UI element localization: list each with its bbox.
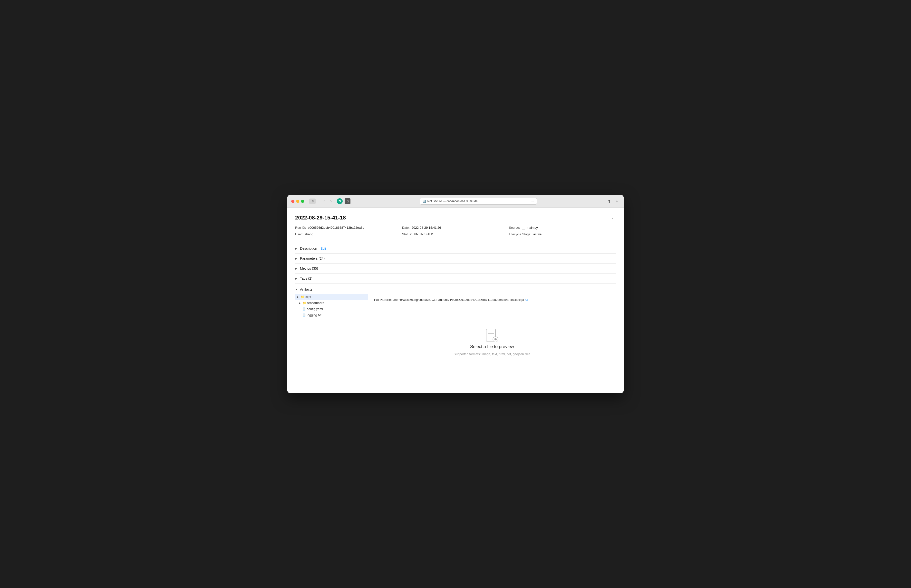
address-bar[interactable]: 🔄 Not Secure — darkmoon.dbs.ifi.lmu.de ⋯ [420, 198, 537, 205]
minimize-button[interactable] [296, 200, 299, 203]
page-title: 2022-08-29-15-41-18 [295, 215, 346, 221]
artifacts-body: ▶ 📁 ckpt ▶ 📁 tensorboard 📄 confi [295, 294, 616, 386]
parameters-title: Parameters (24) [300, 257, 325, 260]
preview-select-subtitle: Supported formats: image, text, html, pd… [454, 352, 530, 356]
page-content: 2022-08-29-15-41-18 ⋯ Run ID: b006526d2d… [287, 208, 624, 393]
title-bar-right: ⬆ ＋ [606, 198, 620, 204]
title-bar: ⊟ ‹ › ↻ ◻ 🔄 Not Secure — darkmoon.dbs.if… [287, 195, 624, 208]
tensorboard-folder-icon: 📁 [303, 301, 306, 305]
config-file-icon: 📄 [303, 307, 306, 310]
share-button[interactable]: ⬆ [606, 198, 612, 204]
preview-icon-container [486, 329, 498, 341]
tags-header[interactable]: ▶ Tags (2) [295, 273, 616, 283]
maximize-button[interactable] [301, 200, 304, 203]
description-edit-button[interactable]: Edit [320, 247, 326, 250]
date-row: Date: 2022-08-29 15:41:26 [402, 226, 509, 229]
preview-doc-svg [486, 329, 498, 343]
browser-window: ⊟ ‹ › ↻ ◻ 🔄 Not Secure — darkmoon.dbs.if… [287, 195, 624, 393]
config-yaml-label: config.yaml [307, 307, 323, 311]
tensorboard-chevron: ▶ [299, 302, 301, 304]
security-icon: 🔄 [422, 200, 426, 203]
tensorboard-label: tensorboard [307, 301, 324, 305]
user-row: User: zhang [295, 233, 402, 236]
artifacts-header[interactable]: ▼ Artifacts [295, 284, 616, 294]
date-label: Date: [402, 226, 410, 229]
metrics-title: Metrics (35) [300, 267, 318, 270]
ckpt-chevron: ▶ [297, 296, 299, 298]
sidebar-toggle-icon[interactable]: ⊟ [309, 199, 316, 204]
full-path-text: Full Path:file:///home/wiss/zhang/code/M… [374, 298, 524, 302]
source-row: Source: main.py [509, 226, 616, 229]
status-value: UNFINISHED [414, 233, 433, 236]
preview-area: Full Path:file:///home/wiss/zhang/code/M… [368, 294, 616, 386]
tree-item-ckpt[interactable]: ▶ 📁 ckpt [295, 294, 368, 300]
metrics-chevron: ▶ [295, 267, 298, 270]
source-label: Source: [509, 226, 520, 229]
tags-chevron: ▶ [295, 277, 298, 280]
source-value-wrapper: main.py [522, 226, 538, 229]
date-value: 2022-08-29 15:41:26 [412, 226, 441, 229]
source-file-icon [522, 226, 525, 229]
nav-buttons: ‹ › [321, 198, 334, 204]
run-id-label: Run ID: [295, 226, 306, 229]
tree-item-logging-txt[interactable]: 📄 logging.txt [295, 312, 368, 318]
parameters-section: ▶ Parameters (24) [295, 254, 616, 263]
metrics-header[interactable]: ▶ Metrics (35) [295, 263, 616, 273]
logging-txt-label: logging.txt [307, 313, 321, 317]
address-menu-icon: ⋯ [531, 199, 534, 203]
svg-point-6 [495, 339, 496, 340]
ckpt-folder-icon: 📁 [301, 295, 304, 299]
tree-item-tensorboard[interactable]: ▶ 📁 tensorboard [295, 300, 368, 306]
user-label: User: [295, 233, 303, 236]
lifecycle-row: Lifecycle Stage: active [509, 233, 616, 236]
address-text: Not Secure — darkmoon.dbs.ifi.lmu.de [427, 199, 478, 203]
artifacts-section: ▼ Artifacts ▶ 📁 ckpt ▶ 📁 tens [295, 284, 616, 386]
description-header[interactable]: ▶ Description Edit [295, 244, 616, 253]
back-button[interactable]: ‹ [321, 198, 327, 204]
metrics-section: ▶ Metrics (35) [295, 263, 616, 273]
source-value: main.py [527, 226, 538, 229]
traffic-lights [291, 200, 304, 203]
lifecycle-label: Lifecycle Stage: [509, 233, 531, 236]
user-value: zhang [305, 233, 313, 236]
address-bar-wrapper: 🔄 Not Secure — darkmoon.dbs.ifi.lmu.de ⋯ [353, 198, 603, 205]
run-id-row: Run ID: b006526d2deb490186587412ba22ea8b [295, 226, 402, 229]
extension-icon-2: ◻ [345, 198, 351, 204]
status-label: Status: [402, 233, 412, 236]
preview-placeholder: Select a file to preview Supported forma… [374, 306, 610, 379]
sidebar-toggle[interactable]: ⊟ [309, 199, 318, 204]
description-section: ▶ Description Edit [295, 244, 616, 254]
full-path-row: Full Path:file:///home/wiss/zhang/code/M… [374, 298, 610, 302]
artifacts-chevron: ▼ [295, 288, 298, 291]
tree-item-config-yaml[interactable]: 📄 config.yaml [295, 306, 368, 312]
new-tab-button[interactable]: ＋ [614, 198, 620, 204]
tags-section: ▶ Tags (2) [295, 273, 616, 284]
parameters-header[interactable]: ▶ Parameters (24) [295, 254, 616, 263]
ckpt-label: ckpt [305, 295, 311, 299]
forward-button[interactable]: › [328, 198, 334, 204]
close-button[interactable] [291, 200, 294, 203]
file-tree: ▶ 📁 ckpt ▶ 📁 tensorboard 📄 confi [295, 294, 368, 386]
copy-path-button[interactable]: ⧉ [526, 298, 528, 302]
description-title: Description [300, 247, 317, 250]
meta-grid: Run ID: b006526d2deb490186587412ba22ea8b… [295, 226, 616, 236]
lifecycle-value: active [533, 233, 542, 236]
run-id-value: b006526d2deb490186587412ba22ea8b [308, 226, 364, 229]
description-chevron: ▶ [295, 247, 298, 250]
parameters-chevron: ▶ [295, 257, 298, 260]
preview-select-title: Select a file to preview [470, 344, 514, 349]
logging-file-icon: 📄 [303, 313, 306, 317]
status-row: Status: UNFINISHED [402, 233, 509, 236]
extension-icon-1: ↻ [337, 198, 343, 204]
artifacts-title: Artifacts [300, 288, 312, 291]
more-options-button[interactable]: ⋯ [609, 215, 616, 221]
tags-title: Tags (2) [300, 276, 312, 280]
